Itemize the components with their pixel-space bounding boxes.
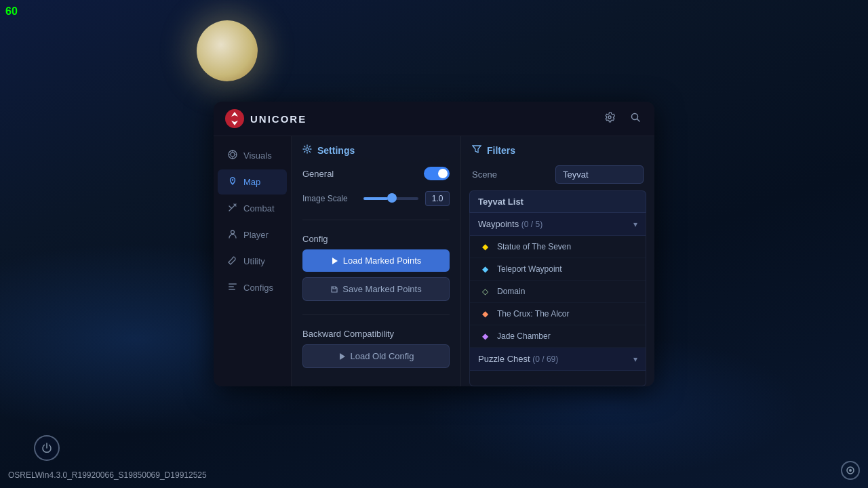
teyvat-list-header: Teyvat List — [469, 190, 646, 213]
search-icon[interactable] — [627, 109, 644, 128]
list-container: Waypoints (0 / 5) ▾ ◆ Statue of The Seve… — [469, 213, 646, 386]
teleport-icon: ◆ — [479, 264, 490, 274]
image-scale-label: Image Scale — [302, 194, 357, 203]
list-item[interactable]: ◆ The Crux: The Alcor — [470, 303, 646, 325]
save-marked-points-button[interactable]: Save Marked Points — [302, 277, 450, 301]
sidebar-item-player[interactable]: Player — [218, 222, 287, 247]
sidebar-player-label: Player — [243, 230, 269, 240]
image-scale-slider[interactable] — [363, 197, 418, 200]
svg-point-11 — [306, 148, 309, 150]
sidebar-item-visuals[interactable]: Visuals — [218, 143, 287, 168]
app-logo — [224, 108, 245, 129]
sidebar-combat-label: Combat — [243, 203, 275, 214]
title-left: UNICORE — [224, 108, 307, 129]
configs-icon — [227, 282, 238, 293]
save-marked-points-label: Save Marked Points — [342, 284, 421, 294]
content-area: Settings General Image Scale — [292, 136, 654, 386]
player-icon — [227, 229, 238, 241]
filters-title: Filters — [487, 145, 515, 156]
title-bar: UNICORE — [214, 102, 654, 136]
sidebar-item-configs[interactable]: Configs — [218, 275, 287, 300]
slider-fill — [363, 197, 388, 200]
sidebar-item-map[interactable]: Map — [218, 169, 287, 195]
settings-title: Settings — [317, 145, 355, 156]
play-icon-small — [338, 352, 347, 361]
sidebar-visuals-label: Visuals — [243, 150, 272, 161]
power-button[interactable] — [34, 435, 60, 461]
svg-marker-12 — [332, 258, 338, 264]
crux-label: The Crux: The Alcor — [497, 309, 570, 319]
app-title: UNICORE — [250, 113, 307, 125]
svg-point-6 — [232, 179, 233, 180]
crux-icon: ◆ — [479, 308, 490, 319]
svg-rect-10 — [229, 289, 235, 290]
puzzle-chest-accordion[interactable]: Puzzle Chest (0 / 69) ▾ — [470, 348, 646, 371]
backward-compat-section: Backward Compatibility Load Old Config — [302, 329, 450, 368]
waypoints-accordion[interactable]: Waypoints (0 / 5) ▾ — [470, 213, 646, 236]
teleport-label: Teleport Waypoint — [497, 264, 562, 274]
main-content: Visuals Map Combat — [214, 136, 654, 386]
scene-input[interactable] — [555, 165, 644, 184]
play-icon — [331, 257, 339, 265]
load-old-config-button[interactable]: Load Old Config — [302, 344, 450, 368]
save-icon — [330, 285, 338, 293]
visuals-icon — [227, 150, 238, 161]
puzzle-chest-title: Puzzle Chest (0 / 69) — [478, 354, 558, 364]
svg-marker-14 — [473, 146, 481, 152]
divider-2 — [302, 314, 450, 315]
settings-body: General Image Scale 1.0 — [292, 161, 460, 373]
domain-icon: ◇ — [479, 286, 490, 297]
divider-1 — [302, 220, 450, 220]
statue-label: Statue of The Seven — [497, 242, 571, 251]
statue-icon: ◆ — [479, 241, 490, 252]
svg-point-7 — [231, 230, 235, 234]
settings-header: Settings — [292, 136, 460, 161]
slider-thumb[interactable] — [387, 193, 397, 203]
sidebar: Visuals Map Combat — [214, 136, 292, 386]
scene-label: Scene — [472, 169, 497, 180]
config-header: Config — [302, 234, 450, 249]
scene-row: Scene — [461, 161, 654, 190]
list-item[interactable]: ◆ Statue of The Seven — [470, 236, 646, 258]
filters-panel: Filters Scene Teyvat List Waypoints — [461, 136, 654, 386]
load-marked-points-label: Load Marked Points — [343, 256, 422, 266]
waypoints-count: (0 / 5) — [521, 220, 542, 229]
sidebar-utility-label: Utility — [243, 256, 265, 266]
waypoints-title: Waypoints (0 / 5) — [478, 219, 542, 229]
title-actions — [601, 109, 644, 128]
svg-rect-9 — [229, 286, 234, 287]
settings-panel: Settings General Image Scale — [292, 136, 461, 386]
sidebar-configs-label: Configs — [243, 283, 273, 293]
general-row: General — [302, 167, 450, 180]
teyvat-list: Teyvat List Waypoints (0 / 5) ▾ — [461, 190, 654, 386]
svg-rect-8 — [229, 283, 237, 285]
filters-icon — [472, 144, 481, 156]
utility-icon — [227, 256, 238, 267]
list-item[interactable]: ◆ Jade Chamber — [470, 325, 646, 348]
load-marked-points-button[interactable]: Load Marked Points — [302, 249, 450, 272]
svg-point-1 — [849, 469, 852, 472]
domain-label: Domain — [497, 287, 525, 296]
version-info: OSRELWin4.3.0_R19920066_S19850069_D19912… — [8, 470, 207, 480]
list-item[interactable]: ◆ Teleport Waypoint — [470, 258, 646, 281]
chamber-label: Jade Chamber — [497, 331, 551, 341]
scale-value: 1.0 — [425, 191, 450, 206]
fps-counter: 60 — [5, 5, 18, 18]
list-item[interactable]: ◇ Domain — [470, 281, 646, 303]
general-toggle[interactable] — [424, 167, 450, 180]
general-label: General — [302, 169, 334, 179]
sidebar-item-combat[interactable]: Combat — [218, 196, 287, 221]
filters-header: Filters — [461, 136, 654, 161]
sidebar-map-label: Map — [243, 177, 260, 187]
settings-indicator[interactable] — [841, 461, 860, 480]
puzzle-chest-count: (0 / 69) — [532, 354, 558, 364]
sidebar-item-utility[interactable]: Utility — [218, 249, 287, 274]
puzzle-chest-chevron-icon: ▾ — [633, 354, 637, 364]
gear-icon[interactable] — [601, 109, 618, 128]
compat-header: Backward Compatibility — [302, 329, 450, 344]
image-scale-row: Image Scale 1.0 — [302, 191, 450, 206]
svg-point-4 — [231, 152, 235, 157]
slider-track — [363, 197, 418, 200]
waypoints-chevron-icon: ▾ — [633, 220, 637, 229]
config-section: Config Load Marked Points — [302, 234, 450, 301]
